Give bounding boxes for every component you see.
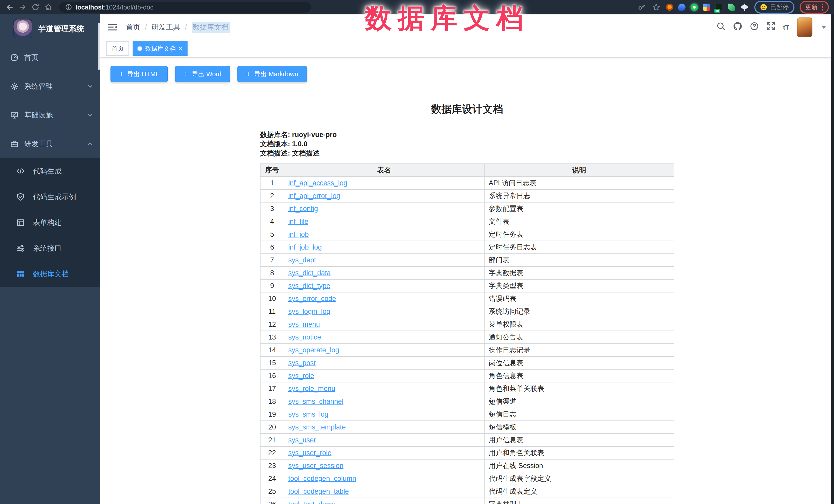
sidebar-item-devtools[interactable]: 研发工具 [0,130,100,158]
table-row: 13 sys_notice 通知公告表 [260,331,674,344]
browser-update-button[interactable]: 更新 [799,1,829,14]
extension-icon[interactable] [666,4,673,11]
search-icon[interactable] [717,22,725,32]
table-row: 21 sys_user 用户信息表 [260,434,674,446]
plus-icon: + [184,70,188,78]
extension-icon[interactable] [703,4,710,11]
sidebar-item-system[interactable]: 系统管理 [0,72,100,101]
sidebar-item-codegen-demo[interactable]: 代码生成示例 [0,184,100,210]
avatar-caret-down-icon[interactable] [821,26,826,29]
table-name-link[interactable]: sys_dict_data [288,269,331,277]
extension-icon[interactable] [678,4,685,11]
sidebar-item-infra[interactable]: 基础设施 [0,101,100,130]
row-number: 26 [260,498,284,504]
table-row: 24 tool_codegen_column 代码生成表字段定义 [260,472,674,485]
bookmark-star-icon[interactable] [652,3,661,12]
row-number: 13 [260,331,284,344]
site-info-icon[interactable] [65,4,72,10]
table-name-link[interactable]: inf_job [288,231,309,238]
tag-close-icon[interactable]: × [179,45,182,52]
fullscreen-icon[interactable] [766,22,775,32]
dashboard-icon [10,53,19,62]
table-name-link[interactable]: sys_user_role [288,449,331,457]
table-name-link[interactable]: sys_operate_log [288,346,339,354]
row-number: 20 [260,421,284,434]
row-number: 17 [260,382,284,395]
github-icon[interactable] [733,22,742,33]
sidebar-item-home[interactable]: 首页 [0,43,100,72]
sidebar-scrollbar[interactable] [98,23,100,70]
table-name-link[interactable]: sys_login_log [288,308,330,315]
table-name-link[interactable]: tool_test_demo [288,500,336,504]
extensions-puzzle-icon[interactable] [740,3,749,12]
row-number: 2 [260,190,284,202]
gear-icon [10,82,19,90]
extension-icon[interactable] [690,4,698,11]
document-title: 数据库设计文档 [260,103,674,115]
export-markdown-button[interactable]: + 导出 Markdown [237,66,307,82]
sidebar-item-codegen[interactable]: 代码生成 [0,158,100,184]
table-name-link[interactable]: tool_codegen_table [288,487,349,495]
sidebar-fold-icon[interactable] [108,23,117,32]
table-row: 26 tool_test_demo 字典类型表 [260,498,674,504]
row-number: 14 [260,344,284,356]
table-name-link[interactable]: sys_sms_log [288,411,328,418]
breadcrumb-current: 数据库文档 [192,22,230,32]
table-name-link[interactable]: sys_dept [288,256,316,264]
table-name-link[interactable]: sys_error_code [288,295,336,303]
table-name-link[interactable]: tool_codegen_column [288,475,356,482]
breadcrumb-devtools[interactable]: 研发工具 [152,22,180,32]
chrome-menu-icon[interactable] [822,4,823,10]
sidebar: 芋道管理系统 首页 系统管理 基础设施 研发工具 代码生成 [0,15,100,504]
table-name-link[interactable]: sys_sms_template [288,423,346,431]
password-key-icon[interactable] [637,3,646,12]
table-row: 3 inf_config 参数配置表 [260,202,674,215]
table-name-link[interactable]: sys_post [288,359,316,367]
table-name-link[interactable]: sys_user [288,436,316,444]
table-name-link[interactable]: inf_api_access_log [288,179,347,187]
table-row: 8 sys_dict_data 字典数据表 [260,266,674,279]
table-name-link[interactable]: sys_sms_channel [288,398,344,405]
table-row: 19 sys_sms_log 短信日志 [260,408,674,421]
app-logo[interactable]: 芋道管理系统 [0,15,100,43]
extension-icon[interactable]: on [715,4,723,11]
profile-paused-badge[interactable]: 已暂停 [754,1,794,14]
row-description: 短信渠道 [484,395,674,408]
font-size-icon[interactable]: tT [783,23,789,31]
table-name-link[interactable]: inf_file [288,218,308,225]
table-name-link[interactable]: inf_job_log [288,243,322,251]
table-header-row: 序号 表名 说明 [260,164,674,177]
window-scrollbar[interactable] [831,15,834,504]
row-number: 24 [260,472,284,485]
table-name-link[interactable]: sys_notice [288,333,321,341]
breadcrumb-home[interactable]: 首页 [126,22,140,32]
tag-db-doc[interactable]: 数据库文档 × [133,41,188,56]
row-description: 字典类型表 [484,279,674,292]
export-html-button[interactable]: + 导出 HTML [110,66,168,82]
table-name-link[interactable]: sys_user_session [288,462,344,469]
table-name-link[interactable]: sys_role_menu [288,385,335,392]
address-bar[interactable]: localhost:1024/tool/db-doc [59,2,311,13]
browser-back-icon[interactable] [5,3,15,12]
meta-doc-desc: 文档描述: 文档描述 [260,149,674,158]
help-icon[interactable] [750,22,759,32]
extension-icon[interactable] [728,4,735,11]
table-name-link[interactable]: sys_role [288,372,314,379]
row-number: 12 [260,318,284,331]
tag-active-dot [138,46,142,51]
table-name-link[interactable]: sys_menu [288,321,320,328]
sidebar-item-db-doc[interactable]: 数据库文档 [0,261,100,287]
export-word-button[interactable]: + 导出 Word [175,66,230,82]
sidebar-item-api[interactable]: 系统接口 [0,236,100,261]
user-avatar[interactable] [797,18,812,37]
browser-reload-icon[interactable] [31,3,40,12]
tag-home[interactable]: 首页 [106,41,129,56]
table-name-link[interactable]: inf_config [288,205,318,213]
browser-forward-icon[interactable] [18,3,27,12]
table-row: 14 sys_operate_log 操作日志记录 [260,344,674,356]
table-row: 18 sys_sms_channel 短信渠道 [260,395,674,408]
table-name-link[interactable]: sys_dict_type [288,282,330,290]
sidebar-item-form-builder[interactable]: 表单构建 [0,210,100,236]
browser-home-icon[interactable] [44,3,53,12]
table-name-link[interactable]: inf_api_error_log [288,192,341,200]
